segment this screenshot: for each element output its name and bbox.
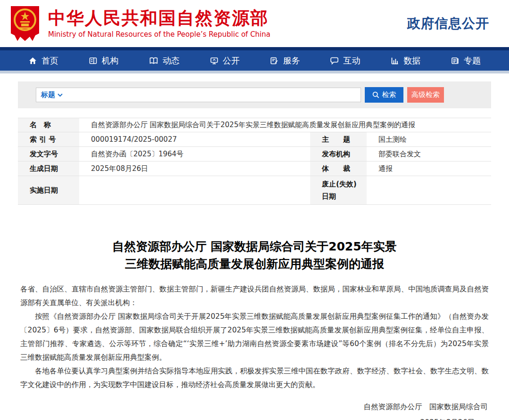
meta-issuer-value: 部委联合发文 xyxy=(367,147,491,162)
nav-item-label: 机构 xyxy=(102,55,119,66)
search-icon xyxy=(372,91,379,98)
paragraph-main: 按照《自然资源部办公厅 国家数据局综合司关于开展2025年实景三维数据赋能高质量… xyxy=(20,310,489,364)
field-selector-label: 标题 xyxy=(41,90,55,99)
nav-item-topics[interactable]: 专题 xyxy=(451,55,481,66)
search-panel: 标题 检索 高级检索 xyxy=(18,81,491,108)
news-icon xyxy=(149,57,158,65)
page-title: 政府信息公开 xyxy=(407,15,489,32)
search-box: 标题 xyxy=(36,88,361,102)
nav-item-label: 数据 xyxy=(403,55,420,66)
nav-item-label: 专题 xyxy=(464,55,481,66)
site-title: 中华人民共和国自然资源部 xyxy=(48,8,407,29)
signature-date: 2025年8月26日 xyxy=(20,418,489,420)
document-meta-table: 名 称 自然资源部办公厅 国家数据局综合司关于2025年实景三维数据赋能高质量发… xyxy=(18,118,491,205)
search-field-selector[interactable]: 标题 xyxy=(41,90,63,99)
paragraph-closing: 各地各单位要认真学习典型案例并结合实际指导本地应用实践，积极发挥实景三维中国在数… xyxy=(20,364,489,392)
meta-date-repeal-value xyxy=(367,176,491,205)
signature-organizations: 自然资源部办公厅 国家数据局综合司 xyxy=(20,402,489,412)
search-button[interactable]: 检索 xyxy=(365,87,403,103)
meta-name-value: 自然资源部办公厅 国家数据局综合司关于2025年实景三维数据赋能高质量发展创新应… xyxy=(79,118,491,132)
meta-name-label: 名 称 xyxy=(18,118,79,132)
nav-bottom-strip xyxy=(0,71,509,73)
document-title-line2: 三维数据赋能高质量发展创新应用典型案例的通报 xyxy=(20,255,489,273)
meta-date-effective-value xyxy=(79,176,310,205)
meta-genre-label: 体 裁 xyxy=(310,162,367,176)
meta-date-effective-label: 实施日期 xyxy=(18,176,79,205)
site-header: 中华人民共和国自然资源部 Ministry of Natural Resourc… xyxy=(0,0,509,47)
meta-date-repeal-label: 废止(失效)日期 xyxy=(310,176,367,205)
search-input[interactable] xyxy=(66,88,356,102)
chevron-down-icon xyxy=(57,93,63,97)
nav-item-label: 动态 xyxy=(163,55,180,66)
meta-date-created-label: 生成日期 xyxy=(18,162,79,176)
brand: 中华人民共和国自然资源部 Ministry of Natural Resourc… xyxy=(48,8,407,39)
meta-date-created-value: 2025年08月26日 xyxy=(79,162,310,176)
meta-subject-label: 主 题 xyxy=(310,132,367,147)
nav-item-interact[interactable]: 互动 xyxy=(330,55,360,66)
nav-item-label: 服务 xyxy=(283,55,300,66)
national-emblem-icon xyxy=(9,5,41,42)
service-icon xyxy=(270,57,279,65)
meta-issuer-label: 发布机构 xyxy=(310,147,367,162)
meta-doc-number-label: 发文字号 xyxy=(18,147,79,162)
meta-index-value: 000019174/2025-00027 xyxy=(79,132,310,147)
document-title-line1: 自然资源部办公厅 国家数据局综合司关于2025年实景 xyxy=(20,238,489,255)
nav-item-disclosure[interactable]: 公开 xyxy=(210,55,240,66)
document-title: 自然资源部办公厅 国家数据局综合司关于2025年实景 三维数据赋能高质量发展创新… xyxy=(20,238,489,273)
home-icon xyxy=(28,57,37,65)
nav-item-label: 公开 xyxy=(223,55,240,66)
meta-index-label: 索 引 号 xyxy=(18,132,79,147)
data-icon xyxy=(390,57,399,65)
nav-item-news[interactable]: 动态 xyxy=(149,55,180,66)
advanced-search-button[interactable]: 高级检索 xyxy=(407,87,444,103)
nav-item-service[interactable]: 服务 xyxy=(270,55,300,66)
search-button-label: 检索 xyxy=(382,90,396,99)
nav-item-org[interactable]: 机构 xyxy=(89,55,119,66)
disclosure-icon xyxy=(210,57,219,65)
document-body: 各省、自治区、直辖市自然资源主管部门、数据主管部门，新疆生产建设兵团自然资源局、… xyxy=(20,283,489,392)
nav-item-label: 首页 xyxy=(41,55,58,66)
meta-doc-number-value: 自然资办函〔2025〕1964号 xyxy=(79,147,310,162)
nav-item-label: 互动 xyxy=(343,55,360,66)
topics-icon xyxy=(451,57,460,65)
meta-genre-value: 通报 xyxy=(367,162,491,176)
document-content: 自然资源部办公厅 国家数据局综合司关于2025年实景 三维数据赋能高质量发展创新… xyxy=(20,238,489,420)
signature-block: 自然资源部办公厅 国家数据局综合司 2025年8月26日 xyxy=(20,402,489,420)
meta-subject-value: 国土测绘 xyxy=(367,132,491,147)
paragraph-salutation: 各省、自治区、直辖市自然资源主管部门、数据主管部门，新疆生产建设兵团自然资源局、… xyxy=(20,283,489,310)
main-nav: 首页 机构 动态 公开 服务 互动 数据 专题 xyxy=(0,47,509,71)
nav-item-home[interactable]: 首页 xyxy=(28,55,58,66)
org-icon xyxy=(89,57,98,65)
nav-item-data[interactable]: 数据 xyxy=(390,55,420,66)
site-subtitle: Ministry of Natural Resources of the Peo… xyxy=(48,30,407,39)
interact-icon xyxy=(330,57,339,65)
